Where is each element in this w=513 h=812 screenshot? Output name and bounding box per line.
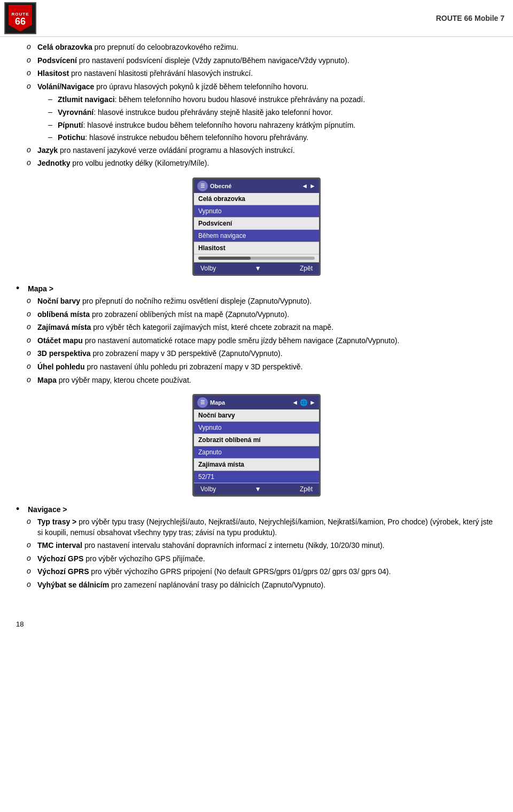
bullet-gps-bold: Výchozí GPS xyxy=(37,554,83,563)
bullet-volani-rest: pro úpravu hlasových pokynů k jízdě běhe… xyxy=(94,82,308,91)
bullet-cela-bold: Celá obrazovka xyxy=(37,43,92,51)
phone-row-podsviceni-label: Podsvícení xyxy=(194,218,319,230)
phone-globe-icon: 🌐 xyxy=(300,399,308,406)
phone-menu-icon: ☰ xyxy=(197,181,208,191)
bullet-zajimava-bold: Zajímavá místa xyxy=(37,323,91,331)
phone-slider-row xyxy=(194,254,319,262)
phone-nav-right-2: ► xyxy=(309,399,316,406)
bullet-jazyk: o Jazyk pro nastavení jazykové verze ovl… xyxy=(16,145,497,156)
bullet-uhel: o Úhel pohledu pro nastavení úhlu pohled… xyxy=(16,362,497,373)
bullet-zajimava-rest: pro výběr těch kategorií zajímavých míst… xyxy=(91,323,333,331)
phone-row-hlasitost-label: Hlasitost xyxy=(194,242,319,254)
bullet-jazyk-bold: Jazyk xyxy=(37,146,58,154)
sub-vyrovnani-rest: : hlasové instrukce budou přehrávány ste… xyxy=(94,108,333,117)
phone-nav-left: ◄ xyxy=(301,182,308,190)
bullet-podsviceni: o Podsvícení pro nastavení podsvícení di… xyxy=(16,56,497,66)
navigace-section-heading: • Navigace > xyxy=(16,505,497,514)
bullet-jednotky-bold: Jednotky xyxy=(37,159,70,167)
bullet-uhel-bold: Úhel pohledu xyxy=(37,362,85,371)
bullet-oblibena-bold: oblíbená místa xyxy=(37,310,90,319)
app-title: ROUTE 66 Mobile 7 xyxy=(436,14,504,22)
bullet-jednotky: o Jednotky pro volbu jednotky délky (Kil… xyxy=(16,158,497,169)
phone-titlebar-1: ☰ Obecné ◄ ► xyxy=(194,179,319,193)
sub-potichu-bold: Potichu xyxy=(58,133,85,142)
phone-bottom-2: Volby ▼ Zpět xyxy=(194,483,319,495)
bullet-cela: o Celá obrazovka pro prepnutí do celoobr… xyxy=(16,42,497,53)
sub-bullet-vyrovnani: – Vyrovnání: hlasové instrukce budou pře… xyxy=(16,107,497,118)
bullet-gprs-rest: pro výběr výchozího GPRS pripojení (No d… xyxy=(89,567,391,576)
phone-row-vypnuto-1: Vypnuto xyxy=(194,205,319,218)
mapa-section-heading: • Mapa > xyxy=(16,284,497,293)
phone2-row-zapnuto: Zapnuto xyxy=(194,446,319,459)
bullet-vyhybat-rest: pro zamezení naplánování trasy po dálnic… xyxy=(109,581,325,589)
phone-nav-right: ► xyxy=(309,182,316,190)
bullet-nocni: o Noční barvy pro přepnutí do nočního re… xyxy=(16,296,497,307)
mapa-heading-text: Mapa > xyxy=(28,284,53,293)
sub-pipnuti-bold: Pípnutí xyxy=(58,121,83,129)
page-header: ROUTE 66 ROUTE 66 Mobile 7 xyxy=(0,0,513,37)
bullet-podsviceni-bold: Podsvícení xyxy=(37,56,77,65)
phone-row-cela-label: Celá obrazovka xyxy=(194,193,319,205)
bullet-mapa-rest: pro výběr mapy, kterou chcete používat. xyxy=(57,376,191,384)
sub-ztlumit-bold: Ztlumit navigaci xyxy=(58,95,115,104)
bullet-3d-rest: pro zobrazení mapy v 3D perspektivě (Zap… xyxy=(91,349,283,358)
phone-titlebar-2: ☰ Mapa ◄ 🌐 ► xyxy=(194,396,319,409)
sub-vyrovnani-bold: Vyrovnání xyxy=(58,108,94,117)
bullet-hlasitost: o Hlasitost pro nastavení hlasitosti pře… xyxy=(16,68,497,79)
slider-fill xyxy=(198,257,251,260)
phone2-row-vypnuto: Vypnuto xyxy=(194,422,319,434)
navigace-heading-text: Navigace > xyxy=(28,505,67,514)
phone-bottom-arrow-2: ▼ xyxy=(255,485,261,493)
bullet-mapa-bold: Mapa xyxy=(37,376,57,384)
sub-potichu-rest: : hlasové instrukce nebudou během telefo… xyxy=(85,133,308,142)
bullet-nocni-bold: Noční barvy xyxy=(37,297,80,305)
bullet-jazyk-rest: pro nastavení jazykové verze ovládání pr… xyxy=(58,146,295,154)
phone-nav-left-2: ◄ xyxy=(292,399,298,406)
phone-menu-icon-2: ☰ xyxy=(197,397,208,408)
bullet-gprs-bold: Výchozí GPRS xyxy=(37,567,89,576)
bullet-oblibena: o oblíbená místa pro zobrazení oblíbenýc… xyxy=(16,310,497,320)
phone2-row-zajimava-label: Zajímavá místa xyxy=(194,459,319,471)
bullet-zajimava: o Zajímavá místa pro výběr těch kategori… xyxy=(16,322,497,333)
bullet-tmc-rest: pro nastavení intervalu stahování doprav… xyxy=(82,541,384,550)
bullet-jednotky-rest: pro volbu jednotky délky (Kilometry/Míle… xyxy=(70,159,209,167)
bullet-nocni-rest: pro přepnutí do nočního režimu osvětlení… xyxy=(80,297,312,305)
bullet-volani-bold: Volání/Navigace xyxy=(37,82,94,91)
bullet-3d-bold: 3D perspektiva xyxy=(37,349,91,358)
sub-ztlumit-rest: : během telefonního hovoru budou hlasové… xyxy=(115,95,366,104)
bullet-podsviceni-rest: pro nastavení podsvícení displeje (Vždy … xyxy=(77,56,349,65)
phone2-row-nocni-label: Noční barvy xyxy=(194,409,319,422)
slider-track xyxy=(198,257,315,260)
bullet-gps-rest: pro výběr výchozího GPS přijímače. xyxy=(83,554,205,563)
bullet-otacet-bold: Otáčet mapu xyxy=(37,336,83,345)
phone-bottom-right-2[interactable]: Zpět xyxy=(300,485,313,493)
phone-title-2: Mapa xyxy=(210,399,225,406)
bullet-volani: o Volání/Navigace pro úpravu hlasových p… xyxy=(16,82,497,92)
bullet-hlasitost-rest: pro nastavení hlasitosti přehrávání hlas… xyxy=(69,69,253,78)
sub-bullet-potichu: – Potichu: hlasové instrukce nebudou běh… xyxy=(16,133,497,143)
bullet-hlasitost-bold: Hlasitost xyxy=(37,69,69,78)
bullet-cela-rest: pro prepnutí do celoobrazovkového režimu… xyxy=(92,43,238,51)
phone-bottom-left-2[interactable]: Volby xyxy=(200,485,216,493)
bullet-tmc-bold: TMC interval xyxy=(37,541,82,550)
bullet-typ-trasy: o Typ trasy > pro výběr typu trasy (Nejr… xyxy=(16,517,497,538)
bullet-otacet-rest: pro nastavení automatické rotace mapy po… xyxy=(83,336,399,345)
main-content: o Celá obrazovka pro prepnutí do celoobr… xyxy=(0,37,513,604)
bullet-uhel-rest: pro nastavení úhlu pohledu pri zobrazení… xyxy=(85,362,303,371)
bullet-vychozi-gps: o Výchozí GPS pro výběr výchozího GPS př… xyxy=(16,554,497,564)
phone-row-behem: Během navigace xyxy=(194,230,319,242)
bullet-vyhybat: o Vyhýbat se dálnicím pro zamezení naplá… xyxy=(16,580,497,591)
phone-screen-2: ☰ Mapa ◄ 🌐 ► Noční barvy Vypnuto Zobrazi… xyxy=(192,394,321,497)
bullet-vychozi-gprs: o Výchozí GPRS pro výběr výchozího GPRS … xyxy=(16,567,497,577)
phone-bottom-left-1[interactable]: Volby xyxy=(200,265,216,272)
bullet-typ-rest: pro výběr typu trasy (Nejrychlejší/auto,… xyxy=(37,517,493,537)
route66-logo: ROUTE 66 xyxy=(4,2,36,34)
phone2-row-5271: 52/71 xyxy=(194,471,319,483)
bullet-otacet: o Otáčet mapu pro nastavení automatické … xyxy=(16,336,497,346)
phone-screenshot-1: ☰ Obecné ◄ ► Celá obrazovka Vypnuto Pods… xyxy=(16,177,497,276)
phone-bottom-right-1[interactable]: Zpět xyxy=(300,265,313,272)
phone2-row-zobrazit-label: Zobrazit oblíbená mí xyxy=(194,434,319,446)
sub-bullet-pipnuti: – Pípnutí: hlasové instrukce budou během… xyxy=(16,120,497,131)
bullet-oblibena-rest: pro zobrazení oblíbených míst na mapě (Z… xyxy=(90,310,289,319)
bullet-tmc: o TMC interval pro nastavení intervalu s… xyxy=(16,540,497,551)
